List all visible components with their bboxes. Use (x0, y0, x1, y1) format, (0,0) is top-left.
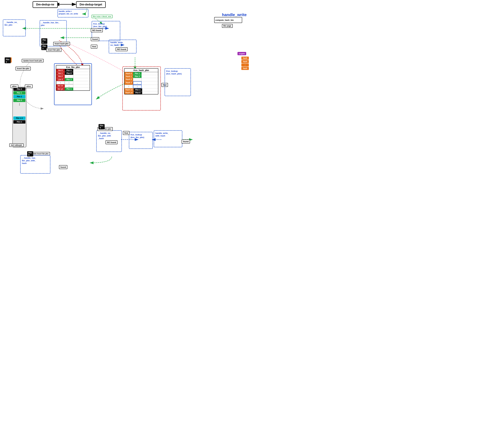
kvs-lbn-pbn-outer-box (54, 63, 92, 105)
pbn-n1-disk: Pbn n-1 (13, 117, 25, 120)
disk-pbn-container: Pbn 0 Pbn 1 Pbn 2 Pbn 3 ⋮ Pbn n-1 Pbn n (12, 87, 26, 147)
alloc-1-label: alloc (11, 85, 18, 88)
found-3: found (182, 139, 190, 143)
insert-lbn-pbn-2-label: Insert lbn-pbn (16, 67, 31, 70)
bio-size-label: Bio->size < block_size (91, 15, 112, 18)
hash-item-1: hash (241, 57, 249, 60)
update-insert-hash-pbn-label: Update Insert hash-pbn (22, 59, 44, 62)
compute-hash-bio-box: compute_hash_bio (214, 17, 242, 23)
found-1: found (91, 37, 99, 41)
pbn-3-disk: Pbn 3 (13, 99, 25, 102)
bio-page-label: Bio page (222, 24, 233, 28)
find-3: find (123, 131, 129, 135)
kvs-lookup-lbn-pbn-bottom-label: Kvs_lookup (kvs_lbn_pbn) (129, 132, 152, 140)
handle-write-with-hash-box: handle_write_ with_hash (154, 130, 182, 147)
disk-spacer (13, 107, 25, 116)
pbn-0-update-tag: Pbn 0 (27, 151, 33, 156)
handle-write-prepare-label: handle_write-> prepare_bio_on_write (58, 9, 88, 16)
handle-write-no-hash-label: handle_write_ no_hash (109, 40, 136, 48)
dm-dedup-rw-box: Dm-dedup-rw (33, 1, 58, 8)
handle-no-lbn-pbn-label: __handle_no_ lbn_pbn (3, 20, 25, 28)
handle-no-lbn-pbn-with-hash-label: __handle_no_ lbn_pbn_with _hash (97, 131, 121, 141)
find-1: find (91, 45, 97, 49)
handle-has-lbn-pbn-with-hash-label: __handle_has_ lbn_pbn_with_ hash (21, 155, 50, 166)
handle-write-label: handle_write (222, 12, 247, 17)
handle-write-with-hash-label: handle_write_ with_hash (154, 131, 182, 138)
dm-dedup-target-box: Dm-dedup-target (76, 1, 106, 8)
crypto-tag: crypto (237, 52, 246, 55)
pbn-z-tag: Pbn z (41, 38, 47, 44)
alloc-2-label: alloc (25, 85, 33, 88)
kvs-lookup-lbn-pbn-top-label: Kvs_lookup (kvs_lbn_pbn) (92, 21, 120, 29)
handle-has-lbn-pbn-with-hash-box: __handle_has_ lbn_pbn_with_ hash (20, 155, 51, 174)
pbn-0-bottom-tag: Pbn 0 (99, 124, 105, 129)
kvs-hash-pbn-lookup-box: Kvs_lookup (kvs_hash_pbn) (164, 68, 191, 96)
handle-has-lbn-pbn-label: __handle_has_lbn_ pbn (40, 21, 66, 27)
hash-item-dot: : (241, 63, 249, 67)
insert-lbn-pbn-1-label: Insert lbn-pbn (46, 48, 61, 52)
hash-item-2: hash (241, 60, 249, 63)
handle-write-prepare-box: handle_write-> prepare_bio_on_write (57, 9, 89, 17)
disk-dots: ⋮ (13, 102, 25, 106)
handle-no-lbn-pbn-box: __handle_no_ lbn_pbn (3, 19, 26, 36)
no-found-1: NO found (91, 28, 103, 32)
pbn-1-disk: Pbn 1 (13, 91, 25, 95)
kvs-hash-pbn-lookup-label: Kvs_lookup (kvs_hash_pbn) (165, 69, 190, 76)
pbn-n-disk: Pbn n (13, 120, 25, 124)
hash-item-3: hash (241, 67, 249, 70)
insert-hash-pbn-label: Insert hash-pbn (53, 42, 70, 46)
pbn-2-disk: Pbn 2 (13, 95, 25, 98)
handle-write-no-hash-box: handle_write_ no_hash (109, 39, 137, 53)
hash-stack: hash hash : hash (241, 57, 249, 70)
no-found-2: NO found (116, 47, 127, 51)
found-2: found (59, 165, 67, 169)
pbn-y2-tag: Pbn y (5, 58, 11, 63)
handle-no-lbn-pbn-with-hash-box: __handle_no_ lbn_pbn_with _hash (96, 130, 122, 152)
kvs-lookup-lbn-pbn-bottom-box: Kvs_lookup (kvs_lbn_pbn) (129, 132, 153, 149)
md-allocptr-label: md->allocptr (9, 143, 24, 147)
kvs-hash-pbn-outer-box (122, 66, 161, 111)
